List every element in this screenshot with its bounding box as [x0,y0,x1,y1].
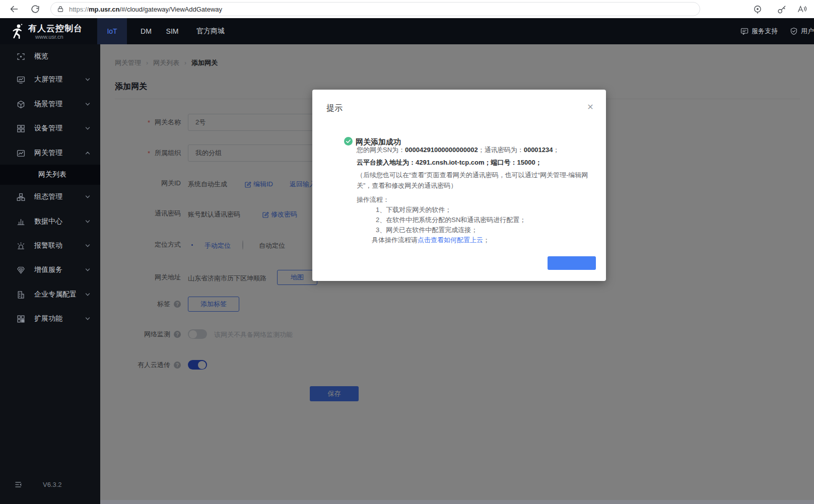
sidebar-item-label: 数据中心 [34,217,62,226]
cloud-access-line: 云平台接入地址为：4291.cnsh.iot-tcp.com；端口号：15000… [357,158,595,168]
step-item: 2、在软件中把系统分配的SN和通讯密码进行配置； [357,215,595,225]
brand-logo-icon[interactable] [10,23,25,39]
dialog-close-button[interactable] [548,256,596,270]
sidebar-item-gateway-mgmt[interactable]: 网关管理 [0,141,100,165]
top-navbar: 有人云控制台 www.usr.cn IoT DM SIM 官方商城 服务支持 用… [0,18,814,44]
note-text: （后续您也可以在“查看”页面查看网关的通讯密码，也可以通过“网关管理-编辑网关”… [357,170,595,191]
step-item: 1、下载对应网关的软件； [357,205,595,215]
url-text: https://mp.usr.cn/#/cloud/gateway/ViewAd… [69,6,222,13]
alarm-icon [17,242,25,250]
geolocation-icon[interactable] [753,5,761,13]
brand-title[interactable]: 有人云控制台 [28,23,83,34]
user-label: 用户 [801,27,814,36]
sidebar-item-alarm-linkage[interactable]: 报警联动 [0,234,100,258]
horizontal-scrollbar[interactable] [100,500,814,504]
url-scheme: https:// [69,6,89,13]
tab-iot[interactable]: IoT [97,18,127,44]
collapse-sidebar-icon[interactable] [15,481,22,488]
version-label: V6.3.2 [43,481,62,488]
sidebar-item-label: 企业专属配置 [34,290,77,299]
scene-icon [17,100,25,109]
sidebar-item-label: 大屏管理 [34,75,62,84]
device-icon [17,124,25,133]
chevron-down-icon [85,292,90,297]
read-aloud-icon[interactable] [797,4,808,14]
sidebar-item-screen-mgmt[interactable]: 大屏管理 [0,67,100,92]
screen-icon [17,76,25,84]
gateway-sn-value: 00004291000000000002 [405,146,478,154]
url-domain: mp.usr.cn [89,6,119,13]
user-link[interactable]: 用户 [790,27,814,36]
sidebar-item-label: 扩展功能 [34,314,62,323]
data-chart-icon [17,218,25,226]
chevron-down-icon [85,267,90,272]
tab-sim[interactable]: SIM [160,18,184,44]
chevron-down-icon [85,102,90,107]
sidebar-footer: V6.3.2 [0,480,100,490]
topnav-right: 服务支持 用户 [740,18,814,44]
steps-title: 操作流程： [357,195,595,205]
sidebar-item-hmi-mgmt[interactable]: 组态管理 [0,185,100,209]
sidebar-item-label: 报警联动 [34,241,62,250]
sidebar-item-device-mgmt[interactable]: 设备管理 [0,116,100,140]
sidebar-item-overview[interactable]: 概览 [0,44,100,68]
step-item: 3、网关已在软件中配置完成连接； [357,225,595,235]
grid-icon [17,315,25,323]
sidebar-item-label: 组态管理 [34,192,62,201]
success-check-icon [344,137,353,146]
chevron-down-icon [85,219,90,224]
support-link[interactable]: 服务支持 [740,27,778,36]
chevron-down-icon [85,316,90,321]
comm-password-value: 00001234 [524,146,553,154]
sidebar-item-label: 概览 [34,52,48,61]
refresh-icon[interactable] [30,4,40,14]
close-icon[interactable]: ✕ [586,103,595,112]
lock-icon[interactable] [57,6,64,13]
sidebar-subitem-label: 网关列表 [38,170,66,179]
chevron-down-icon [85,194,90,199]
sidebar-item-value-added-services[interactable]: 增值服务 [0,258,100,282]
sidebar-item-label: 设备管理 [34,124,62,133]
tab-dm[interactable]: DM [130,18,162,44]
chevron-down-icon [85,77,90,82]
more-line: 具体操作流程请点击查看如何配置上云； [357,235,595,245]
dialog-body: 您的网关SN为：00004291000000000002；通讯密码为：00001… [357,145,595,245]
address-bar[interactable]: https://mp.usr.cn/#/cloud/gateway/ViewAd… [50,2,700,16]
sidebar-item-label: 增值服务 [34,265,62,274]
gateway-icon [17,149,25,158]
tab-official-mall[interactable]: 官方商城 [191,18,230,44]
sidebar-item-scene-mgmt[interactable]: 场景管理 [0,92,100,116]
sidebar-item-data-center[interactable]: 数据中心 [0,209,100,234]
how-to-configure-link[interactable]: 点击查看如何配置上云 [418,236,483,244]
chevron-down-icon [85,243,90,248]
gem-icon [17,266,25,274]
shield-icon [790,27,798,35]
dialog-title: 提示 [326,103,343,114]
chat-bubble-icon [740,27,749,35]
sidebar: 概览 大屏管理 场景管理 设备管理 网关管理 网关列表 组 [0,44,100,504]
sidebar-item-enterprise-config[interactable]: 企业专属配置 [0,282,100,307]
notice-dialog: 提示 ✕ 网关添加成功 您的网关SN为：00004291000000000002… [312,90,606,281]
brand-subtitle: www.usr.cn [35,34,63,40]
password-key-icon[interactable] [777,5,785,13]
chevron-down-icon [85,126,90,131]
hmi-icon [17,193,25,201]
url-path: /#/cloud/gateway/ViewAddGateway [119,6,222,13]
chevron-up-icon [85,151,90,156]
sidebar-item-label: 场景管理 [34,100,62,109]
building-icon [17,291,25,299]
back-icon[interactable] [9,4,19,14]
sidebar-item-gateway-list[interactable]: 网关列表 [0,165,100,185]
sn-line: 您的网关SN为：00004291000000000002；通讯密码为：00001… [357,145,595,155]
sidebar-item-label: 网关管理 [34,149,62,158]
browser-toolbar: https://mp.usr.cn/#/cloud/gateway/ViewAd… [0,0,814,18]
sidebar-item-extensions[interactable]: 扩展功能 [0,307,100,331]
overview-icon [17,52,25,61]
support-label: 服务支持 [752,27,778,36]
